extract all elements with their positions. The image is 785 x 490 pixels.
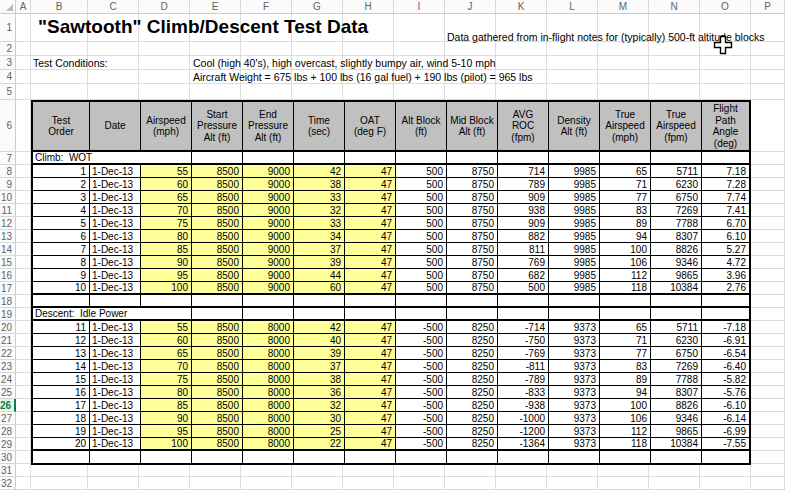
table-cell[interactable]: 60	[141, 178, 192, 190]
table-cell[interactable]: 8500	[192, 178, 243, 190]
empty-cell[interactable]	[294, 152, 345, 163]
column-header-B[interactable]: B	[31, 0, 88, 14]
empty-cell[interactable]	[600, 451, 651, 463]
empty-cell[interactable]	[345, 152, 396, 163]
table-cell[interactable]: 1-Dec-13	[90, 178, 141, 190]
row-header-31[interactable]: 31	[0, 464, 16, 477]
cell-H5[interactable]	[343, 84, 394, 100]
cell-H32[interactable]	[343, 477, 394, 490]
table-cell[interactable]: 8500	[192, 386, 243, 398]
table-cell[interactable]: 8250	[447, 347, 498, 359]
table-cell[interactable]: 8826	[651, 243, 702, 255]
table-cell[interactable]: 8000	[243, 438, 294, 449]
empty-cell[interactable]	[498, 451, 549, 463]
table-cell[interactable]: 47	[345, 204, 396, 216]
table-header-cell[interactable]: Time (sec)	[294, 102, 345, 150]
table-cell[interactable]: 4.72	[702, 256, 749, 268]
table-cell[interactable]: 65	[600, 165, 651, 177]
cell-G2[interactable]	[292, 42, 343, 56]
cell-J32[interactable]	[445, 477, 496, 490]
table-cell[interactable]: 47	[345, 438, 396, 449]
cell-F32[interactable]	[241, 477, 292, 490]
cell-A10[interactable]	[16, 191, 31, 204]
table-cell[interactable]: -5.76	[702, 386, 749, 398]
table-cell[interactable]: 8500	[192, 230, 243, 242]
table-cell[interactable]: 55	[141, 165, 192, 177]
column-header-I[interactable]: I	[394, 0, 445, 14]
table-cell[interactable]: 5.27	[702, 243, 749, 255]
table-cell[interactable]: 8250	[447, 321, 498, 333]
table-cell[interactable]: 8307	[651, 230, 702, 242]
cell-F5[interactable]	[241, 84, 292, 100]
table-cell[interactable]: 9373	[549, 347, 600, 359]
table-cell[interactable]: 38	[294, 373, 345, 385]
table-cell[interactable]: 9346	[651, 412, 702, 424]
table-cell[interactable]: 34	[294, 230, 345, 242]
section-label-cell[interactable]: Descent: Idle Power	[33, 308, 192, 319]
empty-cell[interactable]	[243, 308, 294, 319]
column-header-H[interactable]: H	[343, 0, 394, 14]
table-cell[interactable]: 95	[141, 269, 192, 281]
table-cell[interactable]: 9985	[549, 243, 600, 255]
cell-P9[interactable]	[751, 178, 785, 191]
table-cell[interactable]: -6.40	[702, 360, 749, 372]
column-header-L[interactable]: L	[547, 0, 598, 14]
empty-cell[interactable]	[243, 451, 294, 463]
table-cell[interactable]: 8307	[651, 386, 702, 398]
cell-A20[interactable]	[16, 321, 31, 334]
table-cell[interactable]: 10384	[651, 438, 702, 449]
table-cell[interactable]: 9985	[549, 191, 600, 203]
table-cell[interactable]: 65	[141, 347, 192, 359]
table-cell[interactable]: 8000	[243, 399, 294, 411]
table-cell[interactable]: 7269	[651, 204, 702, 216]
table-cell[interactable]: 9373	[549, 334, 600, 346]
table-cell[interactable]: 1-Dec-13	[90, 204, 141, 216]
table-cell[interactable]: -6.10	[702, 399, 749, 411]
cell-A11[interactable]	[16, 204, 31, 217]
table-cell[interactable]: 3	[33, 191, 90, 203]
column-header-D[interactable]: D	[139, 0, 190, 14]
table-cell[interactable]: 1-Dec-13	[90, 217, 141, 229]
table-cell[interactable]: 8750	[447, 243, 498, 255]
table-cell[interactable]: 47	[345, 386, 396, 398]
table-cell[interactable]: 10384	[651, 282, 702, 293]
cell-B32[interactable]	[31, 477, 88, 490]
table-cell[interactable]: 70	[141, 360, 192, 372]
table-cell[interactable]: 8250	[447, 412, 498, 424]
table-cell[interactable]: 7.28	[702, 178, 749, 190]
row-header-11[interactable]: 11	[0, 204, 16, 217]
table-cell[interactable]: 83	[600, 204, 651, 216]
cell-P21[interactable]	[751, 334, 785, 347]
table-cell[interactable]: 8500	[192, 399, 243, 411]
table-cell[interactable]: 83	[600, 360, 651, 372]
table-header-cell[interactable]: AVG ROC (fpm)	[498, 102, 549, 150]
table-cell[interactable]: 9985	[549, 217, 600, 229]
table-cell[interactable]: 9000	[243, 204, 294, 216]
table-cell[interactable]: 10	[33, 282, 90, 293]
cell-P23[interactable]	[751, 360, 785, 373]
row-header-22[interactable]: 22	[0, 347, 16, 360]
empty-cell[interactable]	[396, 295, 447, 306]
table-cell[interactable]: 80	[141, 230, 192, 242]
table-cell[interactable]: -500	[396, 412, 447, 424]
cell-B31[interactable]	[31, 464, 88, 477]
empty-cell[interactable]	[90, 295, 141, 306]
table-cell[interactable]: 8500	[192, 347, 243, 359]
table-cell[interactable]: 8250	[447, 425, 498, 437]
cell-E32[interactable]	[190, 477, 241, 490]
table-cell[interactable]: 47	[345, 191, 396, 203]
table-cell[interactable]: 8250	[447, 360, 498, 372]
table-cell[interactable]: 9985	[549, 204, 600, 216]
table-cell[interactable]: 9346	[651, 256, 702, 268]
row-header-18[interactable]: 18	[0, 295, 16, 308]
table-cell[interactable]: 94	[600, 230, 651, 242]
table-cell[interactable]: 47	[345, 347, 396, 359]
cell-P5[interactable]	[751, 84, 785, 100]
cell-M5[interactable]	[598, 84, 649, 100]
cell-A31[interactable]	[16, 464, 31, 477]
table-cell[interactable]: 11	[33, 321, 90, 333]
table-cell[interactable]: 8750	[447, 230, 498, 242]
table-cell[interactable]: 500	[498, 282, 549, 293]
cell-F2[interactable]	[241, 42, 292, 56]
table-cell[interactable]: 30	[294, 412, 345, 424]
